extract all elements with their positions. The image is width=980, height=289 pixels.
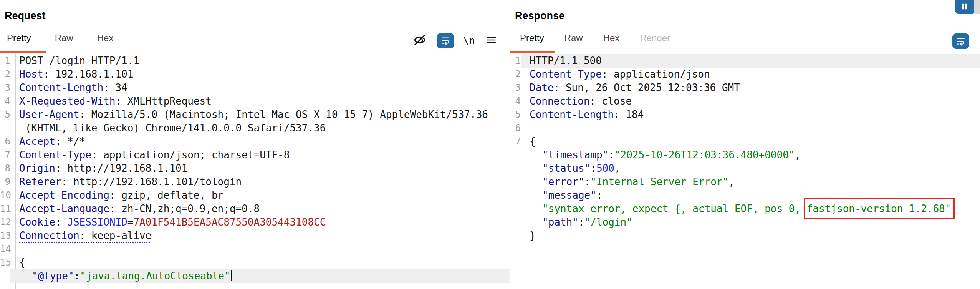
line-number: 13 (0, 229, 10, 242)
line-content: Accept-Encoding: gzip, deflate, br (10, 189, 510, 202)
hide-non-printable-button[interactable] (412, 32, 428, 49)
request-panel: Request PrettyRawHex (0, 0, 510, 289)
response-tabbar: PrettyRawHexRender (510, 23, 980, 53)
response-toolbar (952, 33, 969, 49)
response-editor[interactable]: 1HTTP/1.1 5002Content-Type: application/… (510, 53, 980, 288)
code-line[interactable]: 1POST /login HTTP/1.1 (0, 54, 510, 68)
line-number: 2 (510, 68, 521, 81)
show-newlines-toggle[interactable]: \n (463, 35, 475, 47)
code-line[interactable]: "syntax error, expect {, actual EOF, pos… (510, 202, 980, 216)
code-line[interactable]: 11Accept-Language: zh-CN,zh;q=0.9,en;q=0… (0, 202, 510, 216)
request-panel-title: Request (0, 0, 510, 23)
request-editor[interactable]: 1POST /login HTTP/1.12Host: 192.168.1.10… (0, 53, 510, 288)
line-content (10, 242, 510, 256)
tab-hex[interactable]: Hex (603, 33, 620, 43)
code-line[interactable]: 15{ (0, 256, 510, 269)
editor-menu-button[interactable] (484, 34, 498, 47)
tab-pretty[interactable]: Pretty (7, 33, 31, 43)
pause-button[interactable] (955, 0, 974, 14)
line-number: 12 (0, 216, 10, 229)
word-wrap-toggle-button[interactable] (952, 33, 969, 49)
line-number: 4 (510, 95, 521, 108)
word-wrap-icon (440, 35, 451, 46)
code-line[interactable]: (KHTML, like Gecko) Chrome/141.0.0.0 Saf… (0, 121, 510, 135)
code-line[interactable]: 8Origin: http://192.168.1.101 (0, 162, 510, 175)
line-number (510, 175, 521, 189)
line-number: 7 (0, 148, 10, 162)
response-tabs: PrettyRawHexRender (510, 23, 690, 53)
line-number: 6 (510, 121, 521, 135)
code-line[interactable]: 5User-Agent: Mozilla/5.0 (Macintosh; Int… (0, 108, 510, 121)
line-content: Content-Type: application/json (521, 68, 980, 81)
eye-slash-icon (412, 32, 428, 49)
red-annotation-box: fastjson-version 1.2.68" (807, 203, 951, 214)
code-line[interactable]: "timestamp":"2025-10-26T12:03:36.480+000… (510, 148, 980, 162)
code-line[interactable]: 6Accept: */* (0, 135, 510, 148)
line-content: } (521, 229, 980, 242)
code-line[interactable]: 2Host: 192.168.1.101 (0, 68, 510, 81)
newline-glyph: \n (463, 35, 475, 47)
line-content: Cookie: JSESSIONID=7A01F541B5EA5AC87550A… (10, 216, 510, 229)
code-line[interactable]: 4X-Requested-With: XMLHttpRequest (0, 95, 510, 108)
response-panel: Response PrettyRawHexRender 1HTTP (510, 0, 980, 289)
line-number (510, 229, 521, 242)
code-line[interactable]: 3Content-Length: 34 (0, 81, 510, 95)
line-content: Date: Sun, 26 Oct 2025 12:03:36 GMT (521, 81, 980, 95)
code-line[interactable]: "status":500, (510, 162, 980, 175)
code-line[interactable]: "error":"Internal Server Error", (510, 175, 980, 189)
request-tabbar: PrettyRawHex (0, 23, 510, 53)
code-line[interactable]: 4Connection: close (510, 95, 980, 108)
tab-render: Render (640, 33, 670, 43)
line-content: "message": (521, 189, 980, 202)
line-content: POST /login HTTP/1.1 (10, 54, 510, 68)
line-content: Content-Length: 34 (10, 81, 510, 95)
code-line[interactable]: "path":"/login" (510, 216, 980, 229)
line-content: Host: 192.168.1.101 (10, 68, 510, 81)
http-message-editor: Request PrettyRawHex (0, 0, 980, 289)
code-line[interactable]: } (510, 229, 980, 242)
code-line[interactable]: 13Connection: keep-alive (0, 229, 510, 242)
word-wrap-toggle-button[interactable] (437, 33, 454, 48)
active-tab-underline (0, 51, 46, 53)
line-content: Content-Type: application/json; charset=… (10, 148, 510, 162)
code-line[interactable]: 14 (0, 242, 510, 256)
code-line[interactable]: 10Accept-Encoding: gzip, deflate, br (0, 189, 510, 202)
line-number: 10 (0, 189, 10, 202)
line-number: 3 (510, 81, 521, 95)
hamburger-menu-icon (484, 34, 498, 47)
line-content: Connection: keep-alive (10, 229, 510, 242)
active-tab-underline (510, 51, 555, 53)
code-line[interactable]: 2Content-Type: application/json (510, 68, 980, 81)
line-content: { (521, 135, 980, 148)
code-line[interactable]: 12Cookie: JSESSIONID=7A01F541B5EA5AC8755… (0, 216, 510, 229)
code-line[interactable]: 9Referer: http://192.168.1.101/tologin (0, 175, 510, 189)
line-content: Accept-Language: zh-CN,zh;q=0.9,en;q=0.8 (10, 202, 510, 216)
code-line[interactable]: 3Date: Sun, 26 Oct 2025 12:03:36 GMT (510, 81, 980, 95)
word-wrap-icon (955, 36, 966, 47)
tab-hex[interactable]: Hex (97, 33, 114, 43)
tab-raw[interactable]: Raw (55, 33, 73, 43)
code-line[interactable]: 7Content-Type: application/json; charset… (0, 148, 510, 162)
request-tabs: PrettyRawHex (0, 23, 137, 53)
code-line[interactable]: 5Content-Length: 184 (510, 108, 980, 121)
line-number: 3 (0, 81, 10, 95)
code-line[interactable]: "message": (510, 189, 980, 202)
text-cursor (231, 270, 232, 281)
line-number: 15 (0, 256, 10, 269)
line-number (510, 189, 521, 202)
line-content: { (10, 256, 510, 269)
line-number: 5 (510, 108, 521, 121)
scrollbar-stub[interactable] (974, 0, 980, 14)
code-line[interactable]: 6 (510, 121, 980, 135)
code-line[interactable]: "@type":"java.lang.AutoCloseable" (0, 269, 510, 283)
pause-icon (960, 2, 969, 12)
line-content: "error":"Internal Server Error", (521, 175, 980, 189)
line-content (521, 121, 980, 135)
code-line[interactable]: 1HTTP/1.1 500 (510, 54, 980, 68)
line-number (510, 148, 521, 162)
line-content: Connection: close (521, 95, 980, 108)
line-content: HTTP/1.1 500 (521, 54, 980, 68)
tab-raw[interactable]: Raw (564, 33, 583, 43)
code-line[interactable]: 7{ (510, 135, 980, 148)
tab-pretty[interactable]: Pretty (520, 33, 544, 43)
